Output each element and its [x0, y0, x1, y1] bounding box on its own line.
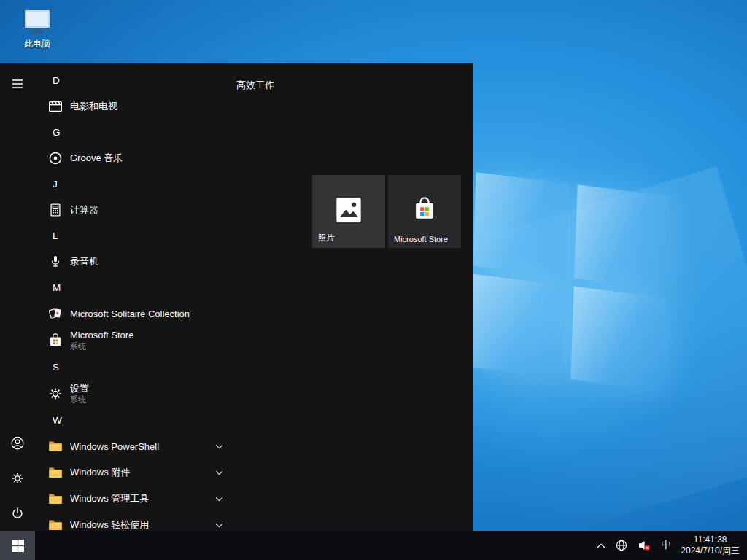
- movies-tv-icon: [47, 98, 64, 115]
- folder-item-windows-powershell[interactable]: Windows PowerShell: [35, 433, 236, 459]
- store-icon: [388, 195, 461, 223]
- power-button[interactable]: [0, 496, 35, 531]
- app-item-voice-recorder[interactable]: 录音机: [35, 249, 236, 275]
- chevron-up-icon: [597, 543, 605, 548]
- start-menu-rail: [0, 63, 35, 531]
- app-sublabel: 系统: [70, 341, 133, 351]
- calculator-icon: [47, 201, 64, 219]
- app-item-solitaire[interactable]: Microsoft Solitaire Collection: [35, 300, 236, 327]
- gear-icon: [10, 471, 25, 486]
- network-tray-button[interactable]: [611, 531, 632, 560]
- tile-label: 照片: [318, 233, 334, 244]
- app-list-letter-w[interactable]: W: [35, 408, 236, 433]
- folder-icon: [47, 490, 64, 508]
- app-list-letter-g[interactable]: G: [35, 120, 236, 145]
- letter-label: W: [53, 415, 62, 426]
- app-sublabel: 系统: [70, 394, 89, 405]
- app-label: Groove 音乐: [70, 152, 123, 165]
- app-label: 设置: [70, 384, 89, 394]
- app-list-letter-l[interactable]: L: [35, 223, 236, 249]
- computer-icon: [21, 7, 53, 36]
- solitaire-icon: [47, 305, 64, 322]
- globe-network-icon: [616, 540, 627, 551]
- taskbar: 中 11:41:38 2024/7/10/周三: [0, 531, 747, 560]
- folder-item-windows-accessories[interactable]: Windows 附件: [35, 459, 236, 486]
- app-label: Windows PowerShell: [70, 441, 159, 452]
- show-hidden-icons-button[interactable]: [592, 531, 611, 560]
- volume-tray-button[interactable]: [632, 531, 656, 560]
- letter-label: M: [53, 282, 61, 293]
- app-label: 录音机: [70, 255, 98, 268]
- user-icon: [9, 435, 26, 451]
- tile-photos[interactable]: 照片: [312, 175, 385, 248]
- letter-label: S: [53, 362, 59, 373]
- letter-label: G: [53, 127, 61, 138]
- app-list-letter-j[interactable]: J: [35, 171, 236, 197]
- windows-logo-icon: [12, 540, 24, 552]
- groove-music-icon: [47, 149, 64, 167]
- app-list: D 电影和电视 G: [35, 63, 236, 531]
- power-icon: [10, 506, 25, 521]
- app-list-letter-m[interactable]: M: [35, 275, 236, 300]
- letter-label: J: [53, 179, 58, 190]
- folder-icon: [47, 464, 64, 481]
- folder-item-windows-ease-of-access[interactable]: Windows 轻松使用: [35, 512, 236, 531]
- app-item-movies-tv[interactable]: 电影和电视: [35, 93, 236, 120]
- windows-logo: [469, 172, 670, 391]
- app-list-letter-s[interactable]: S: [35, 354, 236, 380]
- chevron-down-icon[interactable]: [215, 497, 223, 502]
- photos-icon: [312, 195, 385, 225]
- user-account-button[interactable]: [0, 426, 35, 461]
- clock-date: 2024/7/10/周三: [681, 545, 740, 556]
- tile-label: Microsoft Store: [394, 235, 448, 244]
- folder-icon: [47, 438, 64, 455]
- system-tray: 中 11:41:38 2024/7/10/周三: [592, 531, 747, 560]
- app-item-microsoft-store[interactable]: Microsoft Store 系统: [35, 327, 236, 354]
- ime-indicator[interactable]: 中: [656, 531, 676, 560]
- letter-label: D: [53, 75, 60, 86]
- app-label: Windows 附件: [70, 466, 130, 479]
- app-label: Windows 轻松使用: [70, 518, 149, 531]
- this-pc-label: 此电脑: [24, 39, 50, 49]
- app-label: 计算器: [70, 203, 98, 217]
- folder-item-windows-admin-tools[interactable]: Windows 管理工具: [35, 486, 236, 512]
- app-label: 电影和电视: [70, 100, 117, 113]
- voice-recorder-icon: [47, 253, 64, 271]
- settings-button[interactable]: [0, 461, 35, 496]
- letter-label: L: [53, 230, 58, 241]
- expand-menu-button[interactable]: [0, 66, 35, 101]
- tile-microsoft-store[interactable]: Microsoft Store: [388, 175, 461, 248]
- chevron-down-icon[interactable]: [215, 444, 223, 449]
- tile-group-title: 高效工作: [236, 79, 274, 92]
- clock-time: 11:41:38: [694, 534, 727, 545]
- taskbar-clock[interactable]: 11:41:38 2024/7/10/周三: [676, 534, 747, 556]
- this-pc-shortcut[interactable]: 此电脑: [9, 7, 66, 50]
- screen: 此电脑: [0, 0, 747, 560]
- app-label: Microsoft Solitaire Collection: [70, 308, 190, 319]
- start-button[interactable]: [0, 531, 35, 560]
- app-item-calculator[interactable]: 计算器: [35, 197, 236, 223]
- hamburger-icon: [12, 78, 23, 90]
- chevron-down-icon[interactable]: [215, 470, 223, 475]
- chevron-down-icon[interactable]: [215, 523, 223, 528]
- app-label: Microsoft Store: [70, 330, 133, 341]
- app-item-settings[interactable]: 设置 系统: [35, 380, 236, 408]
- speaker-muted-icon: [638, 540, 651, 551]
- app-item-groove-music[interactable]: Groove 音乐: [35, 145, 236, 171]
- folder-icon: [47, 516, 64, 531]
- store-icon: [47, 332, 64, 349]
- start-menu: D 电影和电视 G: [0, 63, 473, 531]
- settings-gear-icon: [47, 385, 64, 402]
- app-list-letter-d[interactable]: D: [35, 68, 236, 93]
- app-label: Windows 管理工具: [70, 492, 149, 505]
